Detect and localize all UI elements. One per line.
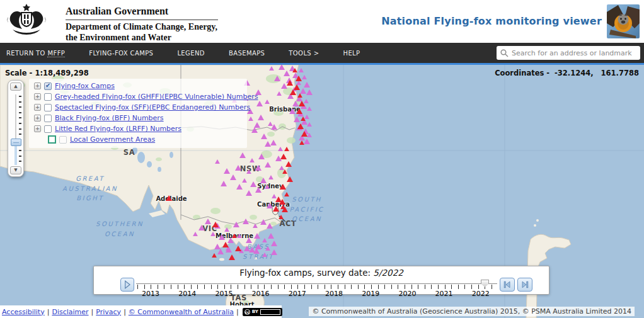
magenta-triangle-marker[interactable] xyxy=(226,247,232,253)
magenta-triangle-marker[interactable] xyxy=(235,165,241,171)
magenta-triangle-marker[interactable] xyxy=(267,223,273,229)
magenta-triangle-marker[interactable] xyxy=(236,184,243,190)
magenta-triangle-marker[interactable] xyxy=(289,108,296,114)
magenta-triangle-marker[interactable] xyxy=(224,168,230,174)
zoom-slider-thumb[interactable] xyxy=(11,139,21,146)
layer-checkbox[interactable] xyxy=(44,93,52,101)
magenta-triangle-marker[interactable] xyxy=(215,159,220,164)
zoom-in-button[interactable]: ▲ xyxy=(10,82,21,91)
magenta-triangle-marker[interactable] xyxy=(304,82,310,88)
step-forward-button[interactable] xyxy=(517,278,532,292)
red-triangle-marker[interactable] xyxy=(301,116,306,121)
magenta-triangle-marker[interactable] xyxy=(265,141,271,147)
red-triangle-marker[interactable] xyxy=(287,80,293,86)
red-triangle-marker[interactable] xyxy=(284,192,289,196)
red-triangle-marker[interactable] xyxy=(222,242,229,247)
magenta-triangle-marker[interactable] xyxy=(239,152,246,158)
magenta-triangle-marker[interactable] xyxy=(271,241,277,246)
expand-icon[interactable] xyxy=(34,93,41,100)
nav-item-help[interactable]: HELP xyxy=(331,50,372,57)
magenta-triangle-marker[interactable] xyxy=(261,133,267,139)
red-triangle-marker[interactable] xyxy=(280,205,285,209)
red-triangle-marker[interactable] xyxy=(297,93,302,98)
magenta-triangle-marker[interactable] xyxy=(265,246,270,251)
nav-item-legend[interactable]: LEGEND xyxy=(165,50,217,57)
expand-icon[interactable] xyxy=(34,82,41,89)
magenta-triangle-marker[interactable] xyxy=(274,76,280,81)
expand-icon[interactable] xyxy=(34,104,41,111)
expand-icon[interactable] xyxy=(34,125,41,132)
red-triangle-marker[interactable] xyxy=(301,131,308,137)
footer-link-privacy[interactable]: Privacy xyxy=(96,308,121,316)
magenta-triangle-marker[interactable] xyxy=(258,115,264,120)
time-track[interactable] xyxy=(136,283,497,284)
magenta-triangle-marker[interactable] xyxy=(265,162,271,168)
magenta-triangle-marker[interactable] xyxy=(255,187,262,193)
red-triangle-marker[interactable] xyxy=(297,123,304,129)
magenta-triangle-marker[interactable] xyxy=(299,68,304,72)
magenta-triangle-marker[interactable] xyxy=(258,154,265,159)
magenta-triangle-marker[interactable] xyxy=(219,234,225,240)
magenta-triangle-marker[interactable] xyxy=(279,65,285,70)
magenta-triangle-marker[interactable] xyxy=(251,127,258,133)
magenta-triangle-marker[interactable] xyxy=(250,158,255,162)
magenta-triangle-marker[interactable] xyxy=(256,101,263,106)
red-triangle-marker[interactable] xyxy=(229,254,235,260)
magenta-triangle-marker[interactable] xyxy=(278,147,283,151)
zoom-out-button[interactable]: ▼ xyxy=(10,166,21,174)
magenta-triangle-marker[interactable] xyxy=(271,249,277,255)
magenta-triangle-marker[interactable] xyxy=(246,190,252,196)
red-triangle-marker[interactable] xyxy=(296,108,302,114)
layer-link-flying-fox-camps[interactable]: Flying-fox Camps xyxy=(55,82,115,90)
magenta-triangle-marker[interactable] xyxy=(233,222,239,227)
expand-icon[interactable] xyxy=(34,115,41,122)
layer-link-grey-headed-flying-fox-ghff-epbc-vulnerable-numbers[interactable]: Grey-headed Flying-fox (GHFF)(EPBC Vulne… xyxy=(55,93,258,101)
layer-link-black-flying-fox-bff-numbers[interactable]: Black Flying-fox (BFF) Numbers xyxy=(55,114,164,122)
red-triangle-marker[interactable] xyxy=(292,68,297,72)
magenta-triangle-marker[interactable] xyxy=(217,249,224,254)
nav-item-tools[interactable]: TOOLS > xyxy=(277,50,331,57)
magenta-triangle-marker[interactable] xyxy=(292,101,299,106)
magenta-triangle-marker[interactable] xyxy=(250,181,256,187)
red-triangle-marker[interactable] xyxy=(212,253,217,258)
magenta-triangle-marker[interactable] xyxy=(269,66,274,71)
red-triangle-marker[interactable] xyxy=(284,147,289,151)
red-triangle-marker[interactable] xyxy=(235,246,241,251)
red-triangle-marker[interactable] xyxy=(212,222,219,227)
magenta-triangle-marker[interactable] xyxy=(246,237,252,243)
magenta-triangle-marker[interactable] xyxy=(210,232,216,236)
layer-checkbox[interactable] xyxy=(44,104,52,111)
magenta-triangle-marker[interactable] xyxy=(248,116,253,121)
map-canvas[interactable]: Scale - 1:18,489,298 Coordinates - -32.1… xyxy=(0,65,644,318)
layer-link-little-red-flying-fox-lrff-numbers[interactable]: Little Red Flying-fox (LRFF) Numbers xyxy=(55,125,181,133)
magenta-triangle-marker[interactable] xyxy=(271,124,277,130)
footer-link-accessibility[interactable]: Accessibility xyxy=(2,308,45,316)
magenta-triangle-marker[interactable] xyxy=(193,232,198,236)
magenta-triangle-marker[interactable] xyxy=(307,122,312,127)
magenta-triangle-marker[interactable] xyxy=(260,219,267,225)
layer-checkbox[interactable] xyxy=(44,115,52,122)
layer-checkbox[interactable] xyxy=(44,82,52,90)
red-triangle-marker[interactable] xyxy=(280,154,287,159)
magenta-triangle-marker[interactable] xyxy=(255,165,262,171)
magenta-triangle-marker[interactable] xyxy=(265,185,270,189)
red-triangle-marker[interactable] xyxy=(299,140,304,145)
magenta-triangle-marker[interactable] xyxy=(277,91,282,96)
red-triangle-marker[interactable] xyxy=(282,169,287,174)
nav-item-return-to-mffp[interactable]: RETURN TO MFFP xyxy=(0,50,77,57)
step-back-button[interactable] xyxy=(500,278,515,292)
magenta-triangle-marker[interactable] xyxy=(253,248,260,254)
magenta-triangle-marker[interactable] xyxy=(307,106,312,111)
magenta-triangle-marker[interactable] xyxy=(243,219,249,224)
magenta-triangle-marker[interactable] xyxy=(253,224,258,228)
magenta-triangle-marker[interactable] xyxy=(302,75,307,79)
footer-link-commonwealth-of-australia[interactable]: © Commonwealth of Australia xyxy=(129,308,234,316)
red-triangle-marker[interactable] xyxy=(287,176,293,182)
magenta-triangle-marker[interactable] xyxy=(230,174,236,180)
red-triangle-marker[interactable] xyxy=(166,195,172,201)
magenta-triangle-marker[interactable] xyxy=(267,203,273,208)
magenta-triangle-marker[interactable] xyxy=(284,71,290,76)
magenta-triangle-marker[interactable] xyxy=(254,233,260,239)
nav-item-flying-fox-camps[interactable]: FLYING-FOX CAMPS xyxy=(77,50,165,57)
magenta-triangle-marker[interactable] xyxy=(270,140,277,145)
